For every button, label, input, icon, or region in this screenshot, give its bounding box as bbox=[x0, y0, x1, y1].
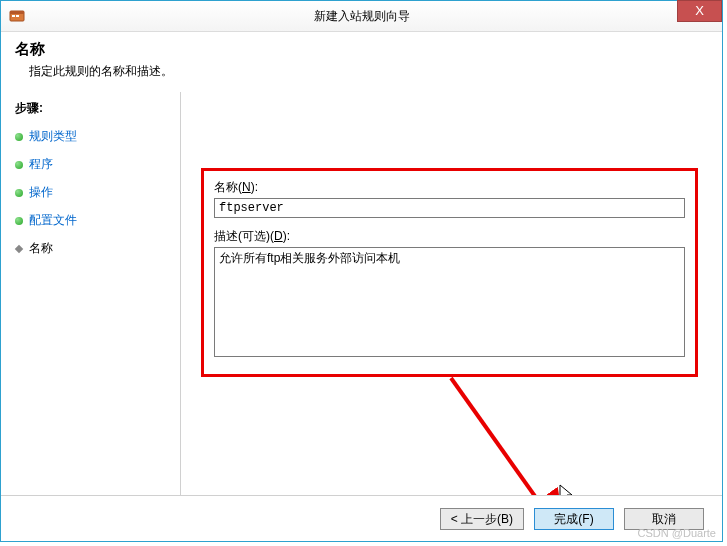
step-label: 规则类型 bbox=[29, 128, 77, 145]
page-subtitle: 指定此规则的名称和描述。 bbox=[29, 63, 708, 80]
wizard-window: 新建入站规则向导 X 名称 指定此规则的名称和描述。 步骤: 规则类型 程序 操… bbox=[0, 0, 723, 542]
step-rule-type[interactable]: 规则类型 bbox=[15, 128, 180, 145]
svg-rect-2 bbox=[12, 15, 15, 17]
close-button[interactable]: X bbox=[677, 0, 722, 22]
step-label: 配置文件 bbox=[29, 212, 77, 229]
steps-title: 步骤: bbox=[15, 100, 180, 117]
wizard-body: 步骤: 规则类型 程序 操作 配置文件 名称 bbox=[1, 92, 722, 496]
bullet-icon bbox=[15, 189, 23, 197]
svg-rect-3 bbox=[16, 15, 19, 17]
bullet-icon bbox=[15, 133, 23, 141]
step-profile[interactable]: 配置文件 bbox=[15, 212, 180, 229]
app-icon bbox=[9, 8, 25, 24]
wizard-footer: < 上一步(B) 完成(F) 取消 bbox=[1, 495, 722, 541]
rule-description-textarea[interactable] bbox=[214, 247, 685, 357]
step-program[interactable]: 程序 bbox=[15, 156, 180, 173]
page-title: 名称 bbox=[15, 40, 708, 59]
window-title: 新建入站规则向导 bbox=[1, 8, 722, 25]
steps-sidebar: 步骤: 规则类型 程序 操作 配置文件 名称 bbox=[1, 92, 181, 496]
back-button[interactable]: < 上一步(B) bbox=[440, 508, 524, 530]
rule-name-input[interactable] bbox=[214, 198, 685, 218]
finish-button[interactable]: 完成(F) bbox=[534, 508, 614, 530]
bullet-icon bbox=[15, 217, 23, 225]
cancel-button[interactable]: 取消 bbox=[624, 508, 704, 530]
title-bar: 新建入站规则向导 X bbox=[1, 1, 722, 32]
wizard-header: 名称 指定此规则的名称和描述。 bbox=[1, 32, 722, 92]
step-label: 程序 bbox=[29, 156, 53, 173]
wizard-main: 名称(N): 描述(可选)(D): bbox=[181, 92, 722, 496]
step-action[interactable]: 操作 bbox=[15, 184, 180, 201]
bullet-icon bbox=[15, 244, 23, 252]
desc-field-label: 描述(可选)(D): bbox=[214, 228, 685, 245]
step-name[interactable]: 名称 bbox=[15, 240, 180, 257]
annotation-highlight: 名称(N): 描述(可选)(D): bbox=[201, 168, 698, 377]
step-label: 名称 bbox=[29, 240, 53, 257]
svg-rect-1 bbox=[10, 11, 24, 14]
bullet-icon bbox=[15, 161, 23, 169]
name-field-label: 名称(N): bbox=[214, 179, 685, 196]
step-label: 操作 bbox=[29, 184, 53, 201]
